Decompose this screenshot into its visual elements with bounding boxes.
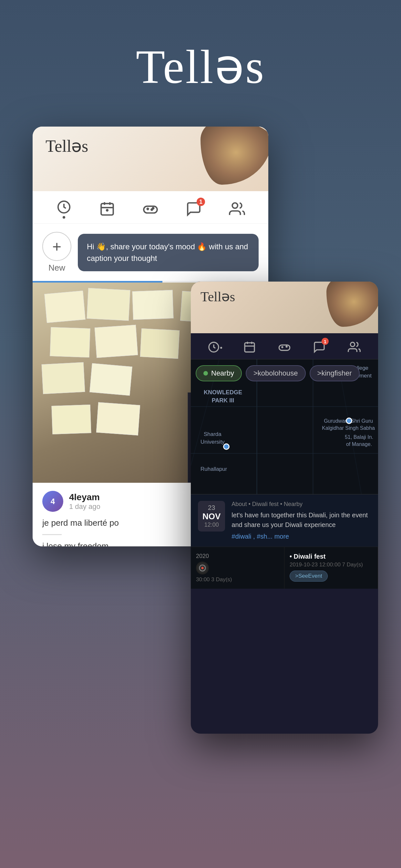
tag-nearby[interactable]: Nearby (196, 365, 242, 381)
front-logo: Tellǝs (201, 289, 235, 305)
tag-kobolohouse[interactable]: >kobolohouse (246, 365, 306, 381)
event-desc: let's have fun together this Diwali, joi… (232, 510, 371, 530)
front-nav: 1 (191, 333, 378, 360)
event-tags[interactable]: #diwali , #sh... more (232, 533, 371, 540)
mood-bubble[interactable]: Hi 👋, share your today's mood 🔥 with us … (78, 234, 258, 271)
front-nav-calendar[interactable] (242, 339, 258, 355)
map-label-balaji: 51, Balaji In.of Manage. (345, 434, 373, 448)
event-date-month: NOV (203, 512, 220, 522)
map-bg: IIMR Collegeof Management KNOWLEDGEPARK … (191, 360, 378, 547)
nearby-label: Nearby (211, 369, 234, 377)
bottom-events: 2020 30:00 3 Day(s) • Diwali fest 2019-1… (191, 547, 378, 589)
map-label-ruhallapur: Ruhallapur (201, 466, 227, 472)
svg-point-25 (202, 567, 204, 569)
back-nav: 1 (33, 191, 268, 224)
nearby-dot (204, 371, 208, 376)
nav-calendar-icon[interactable] (97, 199, 117, 219)
bottom-event-1-time: 30:00 3 Day(s) (196, 577, 279, 583)
front-chat-badge: 1 (321, 338, 329, 345)
back-logo: Tellǝs (45, 136, 88, 156)
app-title: Tellǝs (136, 39, 266, 94)
location-pin-2 (346, 417, 352, 424)
svg-point-22 (286, 346, 287, 347)
svg-point-5 (106, 210, 108, 211)
front-nav-clock[interactable] (207, 339, 223, 355)
mood-text: Hi 👋, share your today's mood 🔥 with us … (87, 242, 248, 262)
nav-chat-icon[interactable]: 1 (184, 199, 204, 219)
nav-people-icon[interactable] (227, 199, 247, 219)
bottom-event-item-1: 2020 30:00 3 Day(s) (191, 547, 284, 589)
front-header-bird-decoration (327, 282, 378, 327)
nav-clock-icon[interactable] (54, 199, 73, 219)
front-nav-chat[interactable]: 1 (311, 339, 328, 355)
svg-point-23 (350, 342, 354, 346)
front-nav-people[interactable] (346, 339, 362, 355)
map-label-knowledge: KNOWLEDGEPARK III (204, 389, 242, 405)
tag-kingfisher[interactable]: >kingfisher (310, 365, 360, 381)
svg-point-12 (232, 203, 238, 208)
add-icon: + (52, 238, 61, 255)
event-date-time: 12:00 (203, 522, 220, 528)
map-section: IIMR Collegeof Management KNOWLEDGEPARK … (191, 360, 378, 547)
event-info: About • Diwali fest • Nearby let's have … (232, 501, 371, 540)
bottom-event-1-date: 2020 (196, 553, 279, 560)
location-pin-1 (223, 443, 229, 450)
bottom-event-2-time: 2019-10-23 12:00:00 7 Day(s) (289, 562, 373, 568)
svg-rect-18 (279, 345, 289, 350)
bottom-event-1-icon (196, 562, 209, 575)
front-header: Tellǝs (191, 282, 378, 333)
new-label: New (49, 263, 65, 273)
tags-row: Nearby >kobolohouse >kingfisher (196, 365, 360, 381)
event-meta: About • Diwali fest • Nearby (232, 501, 371, 507)
post-divider (42, 534, 62, 535)
back-new-post-row: + New Hi 👋, share your today's mood 🔥 wi… (33, 224, 268, 281)
svg-point-11 (151, 209, 152, 210)
add-post-button[interactable]: + (42, 232, 71, 261)
back-header: Tellǝs (33, 127, 268, 191)
user-avatar: 4 (42, 491, 63, 512)
event-card: 23 NOV 12:00 About • Diwali fest • Nearb… (191, 494, 378, 547)
event-date-day: 23 (203, 504, 220, 512)
screenshots-container: Tellǝs 1 (23, 127, 378, 756)
event-date-box: 23 NOV 12:00 (198, 501, 225, 531)
front-nav-controller[interactable] (276, 339, 292, 355)
map-label-sharda: ShardaUniversity (201, 430, 225, 446)
post-time: 1 day ago (69, 502, 100, 511)
see-event-button[interactable]: >SeeEvent (289, 570, 328, 582)
app-title-section: Tellǝs (0, 0, 401, 127)
chat-badge: 1 (197, 197, 205, 206)
screenshot-front: Tellǝs 1 (191, 282, 378, 734)
add-button-container: + New (42, 232, 71, 273)
svg-rect-14 (245, 343, 254, 352)
post-username: 4leyam (69, 492, 100, 502)
nav-controller-icon[interactable] (141, 199, 160, 219)
post-user-details: 4leyam 1 day ago (69, 492, 100, 511)
back-header-bird-decoration (201, 127, 268, 185)
bottom-event-2-title: • Diwali fest (289, 553, 373, 560)
bottom-event-item-2: • Diwali fest 2019-10-23 12:00:00 7 Day(… (284, 547, 378, 589)
